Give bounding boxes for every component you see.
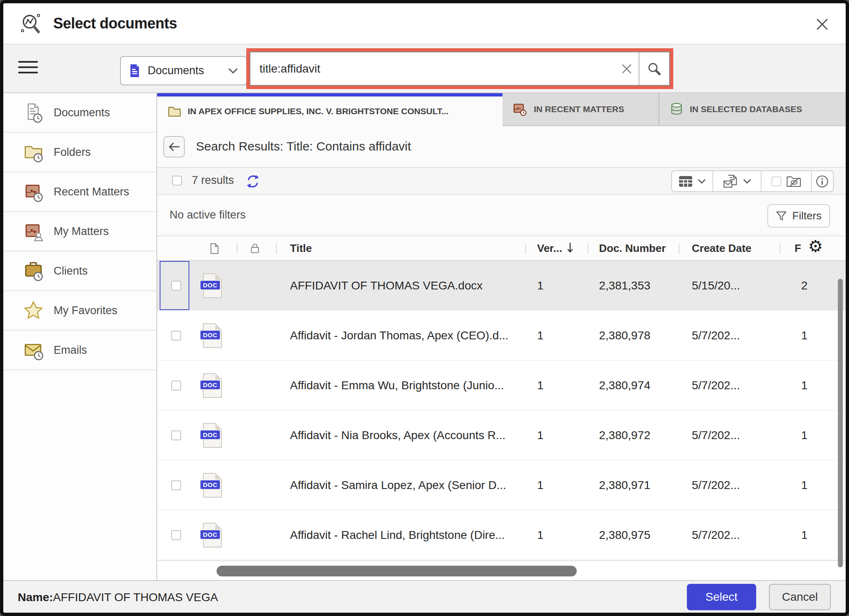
funnel-icon — [776, 211, 787, 221]
back-button[interactable] — [163, 136, 185, 158]
table-row[interactable]: DOC AFFIDAVIT OF THOMAS VEGA.docx 1 2,38… — [157, 261, 846, 311]
folder-hidden-icon — [786, 175, 801, 188]
star-icon — [23, 300, 44, 321]
column-header-doc-number[interactable]: Doc. Number — [599, 242, 666, 255]
sidebar-item-emails[interactable]: Emails — [3, 331, 156, 370]
sidebar-item-label: Folders — [54, 146, 91, 159]
cell-partial: 1 — [801, 429, 808, 442]
cell-doc-number: 2,380,972 — [599, 429, 651, 442]
cell-title: Affidavit - Jordan Thomas, Apex (CEO).d.… — [290, 329, 533, 342]
column-header-create-date[interactable]: Create Date — [692, 242, 752, 255]
row-checkbox[interactable] — [171, 281, 181, 291]
breadcrumb-row: Search Results: Title: Contains affidavi… — [157, 126, 846, 168]
search-input[interactable] — [250, 52, 615, 85]
sidebar: Documents Folders Recent Matte — [3, 93, 157, 580]
document-icon — [129, 64, 140, 78]
sidebar-item-folders[interactable]: Folders — [3, 133, 156, 172]
sidebar-item-label: Emails — [54, 344, 87, 357]
tab-in-recent-matters[interactable]: IN RECENT MATTERS — [502, 93, 658, 126]
folder-icon — [168, 106, 181, 117]
table-row[interactable]: DOC Affidavit - Nia Brooks, Apex (Accoun… — [157, 411, 846, 461]
name-label: Name: — [18, 591, 53, 604]
chevron-down-icon — [743, 179, 751, 184]
title-bar: Select documents — [3, 3, 846, 45]
cell-create-date: 5/7/202... — [692, 529, 740, 542]
scope-tabs: IN APEX OFFICE SUPPLIES, INC. V. BRIGHTS… — [157, 93, 846, 126]
menu-icon[interactable] — [18, 61, 39, 76]
tab-in-selected-databases[interactable]: IN SELECTED DATABASES — [658, 93, 846, 126]
sidebar-item-label: Clients — [54, 265, 88, 277]
refresh-icon[interactable] — [245, 173, 262, 190]
select-all-checkbox[interactable] — [172, 176, 182, 186]
row-checkbox[interactable] — [171, 381, 181, 390]
tab-matter-apex-v-brightstone[interactable]: IN APEX OFFICE SUPPLIES, INC. V. BRIGHTS… — [157, 93, 502, 126]
cell-doc-number: 2,380,978 — [599, 329, 651, 342]
close-icon[interactable] — [815, 16, 831, 32]
cell-version: 1 — [537, 279, 544, 292]
cell-create-date: 5/7/202... — [692, 429, 740, 442]
doc-file-icon: DOC — [203, 373, 222, 398]
cell-title: Affidavit - Samira Lopez, Apex (Senior D… — [290, 479, 533, 492]
sidebar-item-recent-matters[interactable]: Recent Matters — [3, 172, 156, 212]
sidebar-item-my-favorites[interactable]: My Favorites — [3, 291, 156, 331]
cell-version: 1 — [537, 429, 544, 442]
cancel-button[interactable]: Cancel — [769, 584, 831, 610]
cell-version: 1 — [537, 479, 544, 492]
tab-label: IN RECENT MATTERS — [534, 104, 624, 114]
clear-search-icon[interactable] — [615, 52, 639, 85]
column-header-version[interactable]: Ver... — [537, 242, 562, 255]
preview-toggle-button[interactable] — [762, 171, 811, 191]
chevron-down-icon — [228, 68, 238, 74]
table-row[interactable]: DOC Affidavit - Jordan Thomas, Apex (CEO… — [157, 311, 846, 361]
cell-create-date: 5/7/202... — [692, 379, 740, 392]
cell-version: 1 — [537, 379, 544, 392]
cell-title: AFFIDAVIT OF THOMAS VEGA.docx — [290, 279, 533, 292]
filters-button[interactable]: Filters — [767, 204, 830, 228]
share-export-button[interactable] — [713, 171, 760, 191]
row-checkbox[interactable] — [171, 331, 181, 341]
row-checkbox[interactable] — [171, 430, 181, 440]
horizontal-scrollbar-thumb[interactable] — [217, 566, 577, 576]
column-header-title[interactable]: Title — [290, 242, 312, 255]
cell-create-date: 5/7/202... — [692, 479, 740, 492]
sidebar-item-documents[interactable]: Documents — [3, 93, 156, 133]
search-scope-label: Documents — [148, 64, 204, 77]
app-logo-search-chart-icon — [19, 12, 42, 35]
sort-descending-icon[interactable] — [566, 242, 574, 254]
doc-file-icon: DOC — [203, 273, 222, 298]
preview-checkbox[interactable] — [771, 176, 781, 186]
result-count: 7 results — [192, 174, 234, 187]
matter-clock-icon — [23, 181, 44, 202]
info-button[interactable] — [812, 171, 833, 191]
doc-file-icon: DOC — [203, 423, 222, 448]
dialog-footer: Name:AFFIDAVIT OF THOMAS VEGA Select Can… — [3, 580, 846, 613]
search-scope-dropdown[interactable]: Documents — [120, 56, 247, 85]
tab-label: IN SELECTED DATABASES — [690, 104, 802, 114]
sidebar-item-my-matters[interactable]: My Matters — [3, 212, 156, 252]
sidebar-item-label: My Matters — [54, 225, 109, 238]
table-view-button[interactable] — [672, 171, 712, 191]
select-button[interactable]: Select — [687, 584, 756, 610]
filter-status-row: No active filters Filters — [157, 195, 846, 236]
cell-create-date: 5/15/20... — [692, 279, 740, 292]
selected-name-readout: Name:AFFIDAVIT OF THOMAS VEGA — [18, 591, 218, 604]
cell-partial: 2 — [801, 279, 808, 292]
results-toolbar: 7 results — [157, 168, 846, 195]
table-row[interactable]: DOC Affidavit - Rachel Lind, Brightstone… — [157, 510, 846, 560]
sidebar-item-clients[interactable]: Clients — [3, 252, 156, 291]
column-divider — [525, 243, 526, 254]
doc-file-icon: DOC — [203, 473, 222, 498]
cell-version: 1 — [537, 529, 544, 542]
search-icon[interactable] — [639, 52, 669, 85]
row-checkbox[interactable] — [171, 480, 181, 490]
column-settings-gear-icon[interactable]: ⚙ — [808, 238, 823, 254]
select-documents-dialog: Select documents Documents — [0, 0, 849, 616]
row-checkbox[interactable] — [171, 530, 181, 540]
info-icon — [816, 175, 828, 188]
column-header-partial[interactable]: F — [795, 242, 801, 255]
matter-clock-icon — [513, 103, 527, 116]
table-row[interactable]: DOC Affidavit - Samira Lopez, Apex (Seni… — [157, 461, 846, 510]
table-row[interactable]: DOC Affidavit - Emma Wu, Brightstone (Ju… — [157, 361, 846, 411]
cell-doc-number: 2,380,975 — [599, 529, 651, 542]
vertical-scrollbar-thumb[interactable] — [838, 279, 843, 567]
